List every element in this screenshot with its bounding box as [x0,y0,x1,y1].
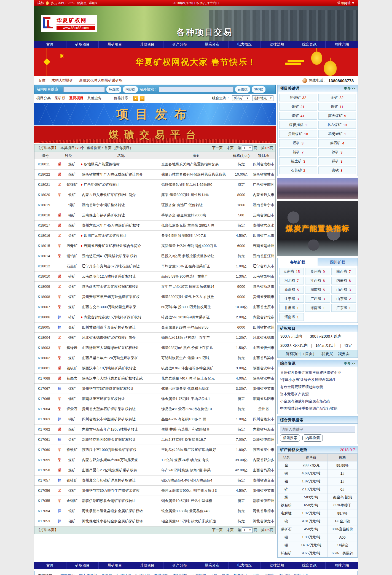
news-item[interactable]: 中国拟对部分重要资源产品实行收储 [280,405,355,412]
quick-link[interactable]: 求购大型煤矿 [52,78,73,83]
keyword-item[interactable]: 铁矿 11 [318,103,356,111]
nav-item[interactable]: 综合资讯 [293,562,326,569]
region-item[interactable]: 广西省 3 [305,295,330,303]
nav-item[interactable]: 矿产分布 [163,562,196,569]
row-name-link[interactable]: ♦广西铅锌矿采矿权转让 [81,180,161,190]
row-name-link[interactable]: 陕西汉中市大型花岗岩矿采矿权转让或 [81,374,161,383]
common-sites-link[interactable]: 常用网址 ▼ [337,1,355,6]
last-page-link[interactable]: 末页 [227,146,234,151]
row-name-link[interactable]: ♦四川广元市金矿采矿权转让 [81,231,161,241]
next-page-link[interactable]: 下一页 [212,146,223,151]
nav-item[interactable]: 电力概况 [229,41,261,48]
region-item[interactable]: 陕西省 7 [331,268,356,275]
page-select[interactable]: 1 [242,527,253,533]
region-item[interactable]: 辽宁省 3 [279,295,304,303]
friend-link[interactable]: 火车 [252,573,259,575]
external-search-input[interactable] [159,87,233,92]
keyword-item[interactable]: 萤石矿 4 [318,139,356,147]
mine-type-select[interactable]: 所有矿 [232,95,250,101]
region-item[interactable]: 海南省 1 [305,304,330,312]
friend-link[interactable]: 百度地图 [192,573,206,575]
project-publish-banner[interactable]: 项目发布 [34,103,276,125]
nav-item[interactable]: 法律法规 [261,562,293,569]
row-name-link[interactable]: 云南昆明市12万吨锌矿采矿权转让 [81,272,161,281]
row-name-link[interactable]: 贵州安顺市年产45万吨焦煤矿采矿权 [81,292,161,302]
friend-link[interactable]: 查采矿权 [154,573,168,575]
row-name-link[interactable]: 河北保定涞水县钼金多金属矿探矿权转 [81,516,161,526]
region-item[interactable]: 新疆省 5 [279,286,304,294]
row-name-link[interactable]: 山西古交市3000万吨储量焦煤矿采 [81,302,161,312]
nav-item[interactable]: 网站介绍 [326,562,358,569]
other-business-link[interactable]: 其他业务 [87,96,102,101]
row-name-link[interactable]: 贵州毕节市30万吨在生产煤矿采矿权 [81,486,161,496]
nav-item[interactable]: 矿权项目 [66,562,99,569]
nav-item[interactable]: 法律法规 [261,41,293,48]
row-name-link[interactable]: 陕西省榆林年产万吨优质煤矿转让简介 [81,170,161,179]
keyword-item[interactable]: 钛矿 3 [318,148,356,156]
row-name-link[interactable]: 贵州省大型萤石矿锑矿采矿权转让 [81,404,161,414]
row-name-link[interactable]: ♦各地煤炭产能置换指标 [81,159,161,169]
row-name-link[interactable]: 河北省承德市铁矿采矿权转让简介 [81,333,161,343]
news-item[interactable]: 有色金属宏观环境趋向改善 [280,383,355,391]
keyword-item[interactable]: 硫铁 3 [318,166,356,174]
keywords-more-link[interactable]: 更多>> [344,86,355,91]
region-item[interactable]: 甘肃省 1 [279,304,304,312]
friend-link[interactable]: 天气 [210,573,218,575]
print-page-link[interactable]: 【打印本页】 [37,146,58,151]
region-item[interactable]: 山西省 3 [331,286,356,294]
price-range-link[interactable]: 2000万-1亿以内 [280,343,308,348]
row-name-link[interactable]: 湖南益阳市锑矿采矿权转让 [81,394,161,404]
row-name-link[interactable]: 湖南省常宁市铜矿整体转让 [81,200,161,210]
friend-link[interactable]: 机票酒店 [233,573,248,575]
quick-link[interactable]: 百度 [38,78,45,83]
row-name-link[interactable]: 贵州遵义市钼镍矿详查探矿权转让 [81,475,161,485]
row-name-link[interactable]: 四川甘孜州道孚县金矿探矿权转让 [81,323,161,332]
row-name-link[interactable]: 内蒙古包头市铁矿采矿权转让简介 [81,190,161,200]
row-name-link[interactable]: 贵州毕节市3亿吨煤矿探矿权转让 [81,384,161,394]
nav-item[interactable]: 矿权项目 [66,41,99,48]
important-projects-link[interactable]: 重要项目 [69,96,84,101]
site-search-input[interactable] [63,87,105,92]
friend-link[interactable]: 行政区划 [135,573,150,575]
location-select[interactable]: 选择地点 [252,95,273,101]
row-name-link[interactable]: 山西吕梁市年产120万吨焦煤矿采矿 [81,353,161,363]
nav-item[interactable]: 首页 [34,562,66,569]
row-name-link[interactable]: 贵州六盘水年产45万吨煤矿采矿权转 [81,221,161,230]
baidu-search-button[interactable]: 百度搜 [235,86,250,93]
print-page-link[interactable]: 【打印本页】 [37,528,58,533]
mining-right-link[interactable]: 采矿权 [55,96,65,101]
range-footer-link[interactable]: 所有项目（首页） [286,351,316,356]
keyword-item[interactable]: 锑矿 3 [318,157,356,165]
so360-search-button[interactable]: 360搜 [252,86,265,93]
title-search-button[interactable]: 标题搜 [106,86,121,93]
nav-item[interactable]: 其他项目 [131,41,164,48]
row-name-link[interactable]: 四川省雅安市中型铜矿探矿权转让 [81,414,161,424]
row-name-link[interactable]: 陕西汉中市10万吨钒矿采矿权转让 [81,363,161,373]
nav-item[interactable]: 网站介绍 [326,41,358,48]
quick-link[interactable]: 新疆10亿吨大型煤矿采矿权 [79,78,122,83]
friend-link[interactable]: 查探矿权 [173,573,187,575]
price-range-link[interactable]: 1亿元及以上 [308,343,337,348]
friend-link[interactable]: 淘宝网 [279,573,290,575]
nav-item[interactable]: 首页 [34,41,66,48]
row-name-link[interactable]: 云南怒江州4.3万吨锡钨矿采矿权转 [81,251,161,261]
news-more-link[interactable]: 更多>> [344,361,355,366]
friend-link[interactable]: 网址大全 [294,573,308,575]
news-item[interactable]: 资本竞逐矿产资源 [280,391,355,398]
news-content-search-button[interactable]: 内容搜索 [302,434,323,442]
nav-item[interactable]: 电力概况 [229,562,261,569]
region-item[interactable]: 广东省 1 [331,304,356,312]
nav-item[interactable]: 煤炭分布 [196,41,229,48]
last-page-link[interactable]: 末页 [227,528,234,533]
keyword-item[interactable]: 锂矿 3 [279,139,317,147]
sort-asc-button[interactable]: ▲ [133,96,138,101]
row-name-link[interactable]: ♦云南省石膏矿采矿权转让或合作简介 [81,241,161,251]
region-item[interactable]: 河南省 1 [279,313,304,321]
row-name-link[interactable]: 河北承德市隆化县银多金属矿探矿权转 [81,506,161,516]
page-select[interactable]: 1 [242,145,253,151]
row-name-link[interactable]: 辽宁丹东市宽甸县67万吨石墨矿转让 [81,261,161,271]
nav-item[interactable]: 综合资讯 [293,41,326,48]
friend-link[interactable]: 快递 [222,573,229,575]
row-name-link[interactable]: 新疆特克斯县50吨金矿探矿权转让 [81,435,161,445]
keyword-item[interactable]: 钼矿 7 [279,148,317,156]
